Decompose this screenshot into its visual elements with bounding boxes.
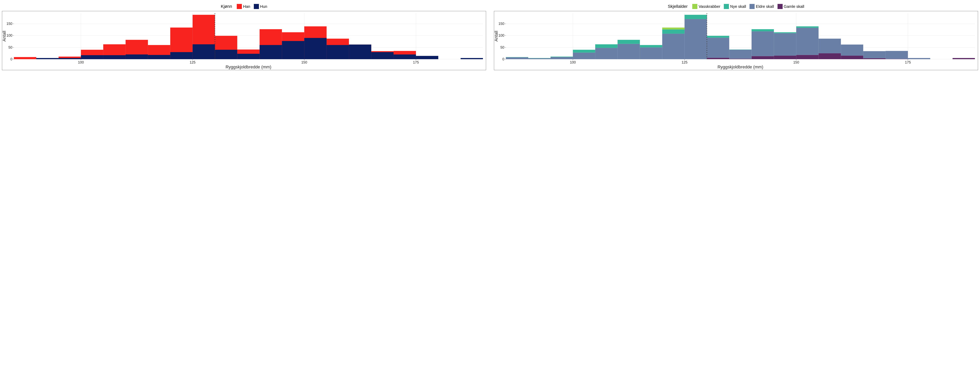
swatch-han [237, 4, 242, 9]
svg-rect-114 [796, 26, 818, 28]
svg-rect-32 [170, 52, 192, 59]
svg-text:100: 100 [78, 61, 84, 64]
svg-rect-77 [818, 53, 841, 59]
svg-rect-28 [81, 55, 103, 59]
svg-rect-39 [326, 45, 349, 59]
svg-text:125: 125 [682, 61, 687, 64]
svg-rect-74 [751, 56, 774, 59]
svg-rect-98 [863, 51, 886, 58]
swatch-vasskrabber [692, 4, 697, 9]
svg-rect-75 [774, 56, 796, 59]
svg-rect-104 [573, 50, 595, 53]
legend-item-eldre: Eldre skall [749, 4, 774, 9]
svg-text:Antall: Antall [2, 31, 7, 41]
svg-rect-82 [506, 57, 528, 59]
left-legend: Kjønn Han Hun [2, 4, 486, 9]
legend-label-nye: Nye skall [730, 4, 746, 9]
right-plot-area: 050100150100125150175Ryggskjoldbredde (m… [494, 11, 978, 70]
svg-rect-43 [416, 56, 438, 59]
legend-label-vasskrabber: Vasskrabber [698, 4, 720, 9]
svg-rect-97 [841, 45, 863, 56]
svg-rect-105 [595, 44, 617, 48]
svg-rect-72 [707, 58, 729, 59]
svg-rect-76 [796, 55, 818, 59]
svg-rect-107 [640, 45, 662, 48]
svg-text:0: 0 [502, 57, 504, 61]
svg-rect-26 [36, 58, 59, 59]
svg-rect-92 [729, 50, 752, 59]
svg-rect-33 [192, 44, 215, 59]
svg-text:150: 150 [6, 22, 12, 25]
svg-rect-81 [953, 58, 975, 59]
svg-text:100: 100 [498, 33, 504, 37]
svg-rect-112 [751, 29, 774, 31]
swatch-gamle [778, 4, 783, 9]
svg-text:Ryggskjoldbredde (mm): Ryggskjoldbredde (mm) [226, 64, 272, 69]
svg-rect-31 [148, 55, 170, 59]
swatch-eldre [749, 4, 755, 9]
svg-text:50: 50 [8, 45, 12, 49]
svg-rect-106 [617, 40, 640, 44]
svg-text:150: 150 [498, 22, 504, 25]
svg-text:125: 125 [190, 61, 196, 64]
svg-rect-29 [103, 55, 126, 59]
svg-rect-38 [304, 38, 326, 59]
svg-rect-36 [259, 45, 282, 59]
svg-rect-8 [14, 57, 36, 59]
svg-rect-40 [349, 45, 371, 59]
svg-rect-78 [841, 56, 863, 59]
legend-item-gamle: Gamle skall [778, 4, 804, 9]
legend-label-han: Han [243, 4, 250, 9]
svg-rect-80 [886, 59, 908, 59]
legend-label-hun: Hun [260, 4, 267, 9]
svg-rect-27 [59, 58, 81, 59]
swatch-nye [724, 4, 729, 9]
svg-rect-94 [774, 33, 796, 56]
svg-text:100: 100 [570, 61, 576, 64]
svg-rect-100 [908, 58, 930, 59]
svg-rect-35 [237, 54, 260, 59]
svg-rect-108 [662, 29, 685, 34]
left-chart-panel: Kjønn Han Hun 050100150100125150175Ryggs… [2, 4, 486, 70]
legend-label-eldre: Eldre skall [756, 4, 774, 9]
svg-text:Antall: Antall [494, 31, 499, 41]
svg-text:175: 175 [905, 61, 911, 64]
svg-text:175: 175 [413, 61, 419, 64]
svg-rect-95 [796, 28, 818, 55]
right-chart-panel: Skjellalder Vasskrabber Nye skall Eldre … [494, 4, 978, 70]
svg-rect-85 [573, 53, 595, 59]
svg-rect-44 [461, 58, 483, 59]
legend-item-nye: Nye skall [724, 4, 746, 9]
legend-item-vasskrabber: Vasskrabber [692, 4, 720, 9]
left-legend-title: Kjønn [221, 4, 232, 9]
svg-rect-90 [685, 19, 707, 59]
svg-rect-84 [550, 57, 573, 59]
svg-rect-41 [371, 52, 394, 59]
svg-rect-102 [528, 58, 550, 58]
svg-rect-111 [729, 49, 752, 50]
swatch-hun [254, 4, 259, 9]
svg-text:150: 150 [793, 61, 799, 64]
svg-rect-30 [126, 54, 148, 59]
svg-rect-34 [215, 50, 237, 59]
svg-text:Ryggskjoldbredde (mm): Ryggskjoldbredde (mm) [718, 64, 764, 69]
svg-rect-99 [886, 51, 908, 59]
svg-rect-79 [863, 58, 886, 59]
svg-rect-91 [707, 38, 729, 57]
svg-rect-83 [528, 58, 550, 59]
svg-rect-87 [617, 44, 640, 59]
svg-text:50: 50 [500, 45, 504, 49]
svg-text:150: 150 [301, 61, 307, 64]
right-legend-title: Skjellalder [668, 4, 688, 9]
left-plot-area: 050100150100125150175Ryggskjoldbredde (m… [2, 11, 486, 70]
svg-rect-109 [685, 15, 707, 19]
legend-item-hun: Hun [254, 4, 267, 9]
svg-rect-103 [550, 57, 573, 57]
svg-rect-42 [394, 54, 416, 59]
svg-rect-113 [774, 32, 796, 33]
svg-text:0: 0 [10, 57, 12, 61]
svg-text:100: 100 [6, 33, 12, 37]
legend-label-gamle: Gamle skall [784, 4, 804, 9]
svg-rect-37 [282, 41, 304, 59]
svg-rect-115 [662, 28, 685, 30]
